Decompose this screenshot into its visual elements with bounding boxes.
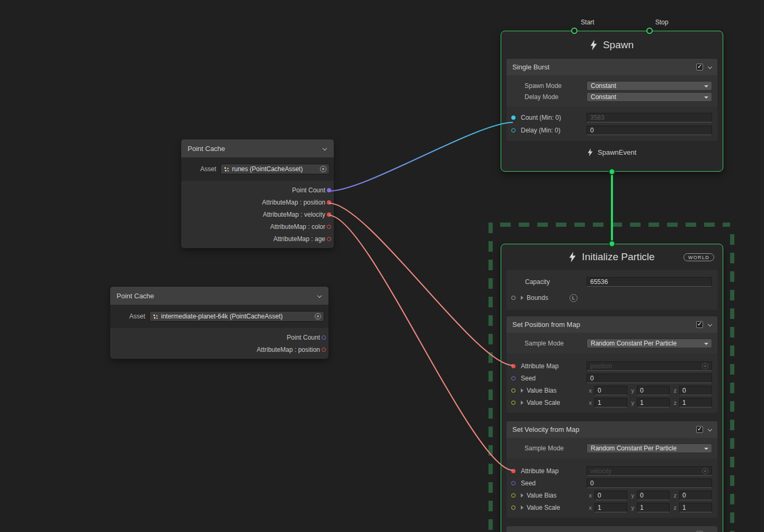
delay-port[interactable] — [511, 128, 516, 132]
bias-z-input[interactable]: 0 — [679, 386, 712, 395]
expander-triangle-icon[interactable] — [521, 401, 523, 405]
attribute-map-field[interactable]: position — [587, 361, 712, 371]
bounds-label: Bounds — [527, 294, 548, 302]
point-cache-node-runes[interactable]: Point Cache Asset runes (PointCacheAsset… — [181, 139, 334, 248]
asset-value: intermediate-planet-64k (PointCacheAsset… — [161, 313, 312, 320]
bias-y-input[interactable]: 0 — [637, 491, 670, 500]
sample-mode-row: Sample Mode Random Constant Per Particle — [507, 442, 717, 454]
position-map-port[interactable] — [322, 348, 326, 352]
block-header[interactable]: Set Position from Map — [507, 316, 717, 333]
block-header[interactable]: Set Velocity from Map — [507, 421, 717, 438]
spawn-title-bar[interactable]: Spawn — [501, 31, 723, 59]
bias-z-input[interactable]: 0 — [679, 491, 712, 500]
expander-triangle-icon[interactable] — [521, 506, 523, 510]
count-input[interactable]: 3583 — [587, 113, 712, 122]
attribute-map-field[interactable]: velocity — [587, 466, 712, 476]
chevron-down-icon[interactable] — [708, 322, 713, 327]
attribute-map-port[interactable] — [511, 469, 516, 473]
bias-x-input[interactable]: 0 — [594, 386, 627, 395]
chevron-down-icon[interactable] — [708, 427, 713, 432]
asset-object-field[interactable]: runes (PointCacheAsset) — [220, 164, 330, 174]
sample-mode-dropdown[interactable]: Random Constant Per Particle — [587, 444, 712, 453]
scale-y-input[interactable]: 1 — [637, 398, 670, 407]
delay-mode-dropdown[interactable]: Constant — [587, 92, 712, 102]
scale-y-input[interactable]: 1 — [637, 503, 670, 512]
count-port[interactable] — [511, 116, 516, 120]
vfx-graph-canvas[interactable]: Start Stop Spawn Single Burst Spawn Mode — [0, 0, 764, 532]
block-enabled-checkbox[interactable] — [696, 426, 703, 433]
point-cache-header[interactable]: Point Cache — [181, 139, 334, 157]
value-scale-port[interactable] — [511, 401, 516, 405]
edge-velocity-map-to-set-velocity[interactable] — [330, 216, 513, 471]
attribute-map-port[interactable] — [511, 364, 516, 368]
position-map-port[interactable] — [327, 200, 331, 205]
spawn-context-node[interactable]: Start Stop Spawn Single Burst Spawn Mode — [501, 31, 723, 172]
spawn-mode-row: Spawn Mode Constant — [507, 80, 717, 91]
flow-input-stop-label: Stop — [655, 19, 669, 26]
space-badge[interactable]: WORLD — [683, 253, 714, 261]
asset-row: Asset intermediate-planet-64k (PointCach… — [110, 305, 328, 328]
block-enabled-checkbox[interactable] — [696, 64, 703, 70]
value-bias-row: Value Bias x 0 y 0 z 0 — [507, 384, 717, 396]
scale-z-input[interactable]: 1 — [679, 503, 712, 512]
initialize-title-bar[interactable]: Initialize Particle WORLD — [501, 244, 723, 270]
delay-input[interactable]: 0 — [587, 126, 712, 135]
point-cache-header[interactable]: Point Cache — [110, 287, 328, 305]
attribute-map-label: Attribute Map — [521, 362, 587, 370]
expander-triangle-icon[interactable] — [521, 388, 523, 393]
block-enabled-checkbox[interactable] — [696, 321, 703, 328]
set-position-from-map-block[interactable]: Set Position from Map Sample Mode Random… — [507, 316, 717, 413]
age-map-port[interactable] — [327, 237, 331, 241]
capacity-input[interactable]: 65536 — [587, 277, 712, 287]
sample-mode-dropdown[interactable]: Random Constant Per Particle — [587, 339, 712, 348]
seed-port[interactable] — [511, 376, 516, 380]
chevron-down-icon[interactable] — [708, 65, 713, 69]
block-header[interactable]: Position (Sphere) — [507, 526, 717, 532]
edge-point-count-to-spawn-count[interactable] — [330, 122, 513, 191]
bounds-port[interactable] — [511, 296, 516, 300]
axis-z-label: z — [672, 387, 677, 394]
single-burst-header[interactable]: Single Burst — [507, 59, 717, 75]
position-sphere-block[interactable]: Position (Sphere) — [507, 526, 717, 532]
value-bias-port[interactable] — [511, 493, 516, 498]
local-space-icon[interactable]: L — [570, 294, 578, 302]
object-picker-icon[interactable] — [702, 363, 708, 369]
value-scale-row: Value Scale x 1 y 1 z 1 — [507, 396, 717, 409]
output-label: AttributeMap : position — [257, 346, 320, 353]
point-count-port[interactable] — [322, 335, 326, 340]
value-bias-label: Value Bias — [527, 492, 588, 499]
set-velocity-from-map-block[interactable]: Set Velocity from Map Sample Mode Random… — [507, 421, 717, 518]
object-picker-icon[interactable] — [320, 166, 326, 172]
output-label: AttributeMap : color — [270, 223, 325, 230]
value-scale-port[interactable] — [511, 506, 516, 510]
object-picker-icon[interactable] — [315, 313, 321, 320]
chevron-down-icon[interactable] — [323, 146, 327, 151]
chevron-down-icon[interactable] — [317, 294, 322, 298]
seed-label: Seed — [521, 375, 587, 382]
bias-y-input[interactable]: 0 — [637, 386, 670, 395]
expander-triangle-icon[interactable] — [521, 296, 523, 300]
scale-x-input[interactable]: 1 — [594, 503, 627, 512]
velocity-map-port[interactable] — [327, 212, 331, 217]
single-burst-block[interactable]: Single Burst Spawn Mode Constant Delay M… — [507, 59, 717, 141]
scale-z-input[interactable]: 1 — [679, 398, 712, 407]
initialize-particle-context-node[interactable]: Initialize Particle WORLD Capacity 65536… — [501, 244, 723, 532]
point-count-port[interactable] — [327, 188, 331, 192]
seed-input[interactable]: 0 — [587, 478, 712, 488]
bias-x-input[interactable]: 0 — [594, 491, 627, 500]
scale-x-input[interactable]: 1 — [594, 398, 627, 407]
node-title: Point Cache — [117, 292, 154, 300]
seed-port[interactable] — [511, 481, 516, 485]
axis-x-label: x — [588, 504, 592, 511]
expander-triangle-icon[interactable] — [521, 493, 523, 498]
spawn-mode-dropdown[interactable]: Constant — [587, 81, 712, 91]
edge-position-map-to-set-position[interactable] — [330, 203, 513, 366]
axis-y-label: y — [630, 387, 634, 394]
color-map-port[interactable] — [327, 225, 331, 229]
point-cache-node-planet[interactable]: Point Cache Asset intermediate-planet-64… — [110, 287, 328, 359]
delay-row: Delay (Min: 0) 0 — [507, 124, 717, 137]
asset-object-field[interactable]: intermediate-planet-64k (PointCacheAsset… — [149, 311, 324, 322]
value-bias-port[interactable] — [511, 388, 516, 393]
object-picker-icon[interactable] — [702, 468, 708, 474]
seed-input[interactable]: 0 — [587, 374, 712, 383]
